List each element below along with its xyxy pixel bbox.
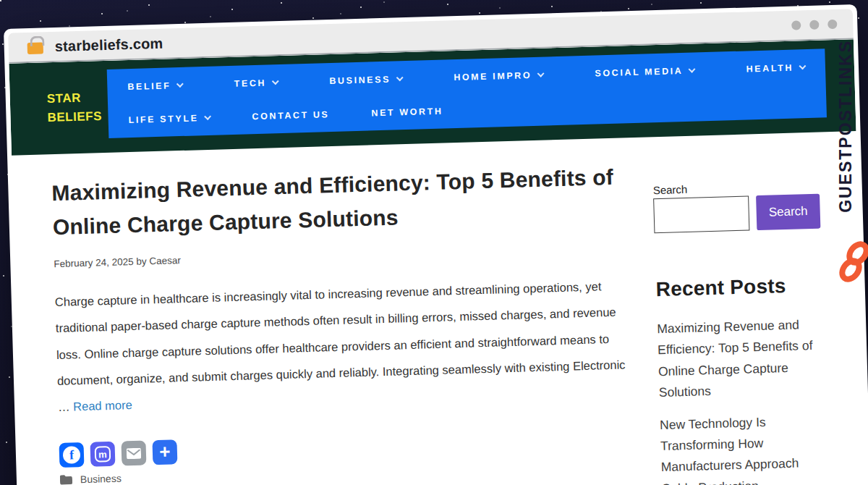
facebook-icon: f	[63, 447, 81, 465]
search-button[interactable]: Search	[756, 194, 820, 231]
chain-link-icon	[838, 241, 868, 286]
site-logo-line2: BELIEFS	[47, 107, 102, 128]
recent-posts-list: Maximizing Revenue and Efficiency: Top 5…	[657, 313, 835, 485]
chevron-down-icon	[176, 80, 184, 88]
window-controls	[791, 19, 843, 30]
nav-item-business[interactable]: BUSINESS	[329, 74, 402, 86]
search-widget: Search	[653, 193, 827, 233]
nav-item-label: CONTACT US	[252, 109, 329, 122]
email-share-button[interactable]	[121, 441, 146, 466]
nav-item-life-style[interactable]: LIFE STYLE	[128, 112, 210, 125]
window-control-dot	[827, 19, 837, 28]
chevron-down-icon	[204, 113, 211, 120]
nav-item-label: NET WORTH	[371, 106, 443, 118]
site-logo-line1: STAR	[46, 88, 101, 109]
post-excerpt: Charge capture in healthcare is increasi…	[54, 272, 629, 420]
recent-post-link[interactable]: Maximizing Revenue and Efficiency: Top 5…	[657, 313, 833, 403]
chevron-down-icon	[396, 74, 404, 81]
chevron-down-icon	[799, 62, 806, 69]
nav-item-home-impro[interactable]: HOME IMPRO	[454, 69, 543, 83]
chevron-down-icon	[272, 77, 279, 85]
nav-item-label: HEALTH	[746, 62, 793, 74]
nav-item-label: TECH	[234, 77, 266, 88]
starfield-background	[0, 0, 1, 1]
lock-icon	[27, 42, 43, 54]
post-excerpt-text: Charge capture in healthcare is increasi…	[55, 279, 626, 413]
folder-icon	[60, 475, 72, 485]
nav-item-label: SOCIAL MEDIA	[595, 65, 683, 78]
nav-item-net-worth[interactable]: NET WORTH	[371, 106, 443, 118]
site-logo[interactable]: STAR BELIEFS	[46, 88, 102, 127]
nav-item-social-media[interactable]: SOCIAL MEDIA	[595, 65, 694, 78]
post-meta: February 24, 2025 by Caesar	[54, 242, 625, 269]
sidebar: Search Search Recent Posts Maximizing Re…	[653, 179, 836, 485]
nav-item-belief[interactable]: BELIEF	[127, 80, 182, 91]
nav-item-label: BUSINESS	[329, 74, 391, 85]
read-more-link[interactable]: Read more	[73, 398, 132, 413]
list-item: Maximizing Revenue and Efficiency: Top 5…	[657, 313, 833, 403]
mastodon-share-button[interactable]: m	[90, 442, 115, 467]
list-item: New Technology Is Transforming How Manuf…	[660, 410, 835, 485]
nav-item-tech[interactable]: TECH	[234, 77, 278, 89]
category-link[interactable]: Business	[80, 473, 122, 485]
page-viewport: STAR BELIEFS BELIEF TECH BUSINESS	[9, 39, 868, 485]
chevron-down-icon	[537, 70, 545, 77]
recent-posts-title: Recent Posts	[655, 273, 830, 301]
main-navigation: BELIEF TECH BUSINESS HOME IMPRO	[107, 48, 827, 138]
post-title: Maximizing Revenue and Efficiency: Top 5…	[51, 160, 624, 244]
page-content: Maximizing Revenue and Efficiency: Top 5…	[12, 131, 867, 485]
chevron-down-icon	[689, 66, 696, 73]
recent-post-link[interactable]: New Technology Is Transforming How Manuf…	[660, 410, 835, 485]
nav-item-label: LIFE STYLE	[128, 113, 198, 125]
browser-window: starbeliefs.com STAR BELIEFS BELIEF TECH	[4, 4, 868, 485]
guestpostlinks-watermark: GUESTPOSTLINKS	[836, 40, 856, 213]
window-control-dot	[809, 20, 819, 29]
nav-item-contact-us[interactable]: CONTACT US	[252, 109, 329, 122]
email-icon	[127, 448, 141, 460]
facebook-share-button[interactable]: f	[59, 443, 85, 468]
nav-item-label: BELIEF	[127, 80, 171, 92]
mastodon-icon: m	[95, 446, 111, 463]
search-input[interactable]	[653, 195, 749, 233]
nav-item-label: HOME IMPRO	[454, 70, 532, 83]
window-control-dot	[791, 20, 801, 30]
nav-item-health[interactable]: HEALTH	[746, 62, 805, 74]
post-article: Maximizing Revenue and Efficiency: Top 5…	[51, 160, 633, 485]
share-more-button[interactable]: +	[152, 440, 177, 465]
address-bar-url: starbeliefs.com	[54, 35, 163, 54]
